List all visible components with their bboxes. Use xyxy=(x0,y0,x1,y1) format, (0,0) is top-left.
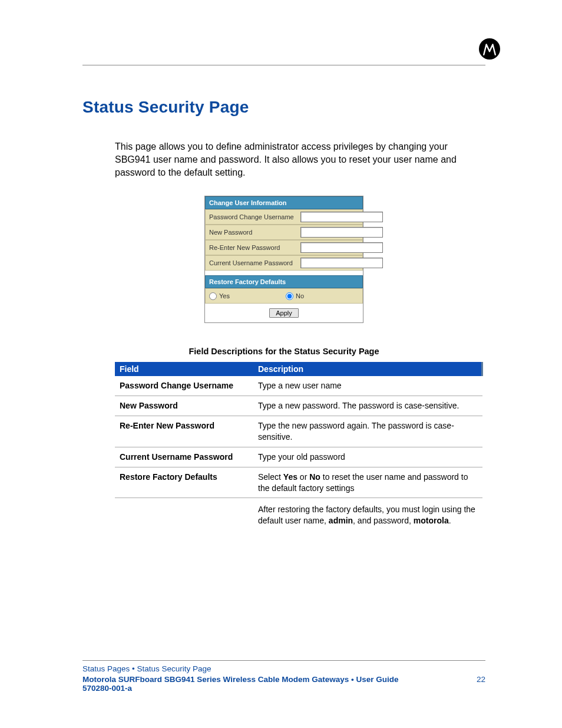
label-password-change-username: Password Change Username xyxy=(209,213,300,220)
breadcrumb: Status Pages • Status Security Page xyxy=(82,664,485,673)
table-row: New Password Type a new password. The pa… xyxy=(115,396,482,416)
row-restore-radio: Yes No xyxy=(205,288,363,304)
input-current-password[interactable] xyxy=(300,258,383,268)
row-reenter-password: Re-Enter New Password xyxy=(205,240,363,255)
apply-row: Apply xyxy=(205,304,363,320)
field-descriptions-table: Field Description Password Change Userna… xyxy=(115,362,483,531)
table-row: Re-Enter New Password Type the new passw… xyxy=(115,416,482,447)
radio-yes-option[interactable]: Yes xyxy=(209,292,286,300)
cell-desc: Type the new password again. The passwor… xyxy=(253,416,482,447)
table-row: After restoring the factory defaults, yo… xyxy=(115,498,482,531)
col-header-field: Field xyxy=(115,362,253,376)
cell-desc: Type a new user name xyxy=(253,376,482,396)
apply-button[interactable]: Apply xyxy=(269,308,299,318)
cell-field: Current Username Password xyxy=(115,447,253,467)
doc-id: 570280-001-a xyxy=(82,684,485,693)
intro-paragraph: This page allows you to define administr… xyxy=(115,140,480,179)
cell-field: Restore Factory Defaults xyxy=(115,467,253,498)
cell-field: Password Change Username xyxy=(115,376,253,396)
cell-desc: Type a new password. The password is cas… xyxy=(253,396,482,416)
form-header-change-user: Change User Information xyxy=(205,196,363,209)
radio-yes[interactable] xyxy=(209,292,217,300)
label-reenter-password: Re-Enter New Password xyxy=(209,244,300,251)
radio-yes-label: Yes xyxy=(219,292,230,299)
page-footer: Status Pages • Status Security Page Moto… xyxy=(82,660,485,693)
input-password-change-username[interactable] xyxy=(300,212,383,222)
cell-desc: Select Yes or No to reset the user name … xyxy=(253,467,482,498)
input-new-password[interactable] xyxy=(300,227,383,238)
table-row: Password Change Username Type a new user… xyxy=(115,376,482,396)
label-new-password: New Password xyxy=(209,229,300,236)
table-row: Restore Factory Defaults Select Yes or N… xyxy=(115,467,482,498)
security-form: Change User Information Password Change … xyxy=(204,196,363,323)
page-number: 22 xyxy=(477,675,485,684)
desc-table-caption: Field Descriptions for the Status Securi… xyxy=(82,347,485,356)
col-header-description: Description xyxy=(253,362,482,376)
footer-divider xyxy=(82,660,485,661)
row-new-password: New Password xyxy=(205,225,363,240)
cell-field: New Password xyxy=(115,396,253,416)
header-divider xyxy=(82,65,485,65)
form-header-restore-defaults: Restore Factory Defaults xyxy=(205,275,363,288)
row-current-password: Current Username Password xyxy=(205,255,363,271)
cell-field: Re-Enter New Password xyxy=(115,416,253,447)
row-password-change-username: Password Change Username xyxy=(205,209,363,225)
page-title: Status Security Page xyxy=(82,98,485,117)
motorola-logo-icon xyxy=(479,38,500,60)
cell-desc: Type your old password xyxy=(253,447,482,467)
table-row: Current Username Password Type your old … xyxy=(115,447,482,467)
radio-no[interactable] xyxy=(286,292,293,300)
cell-desc: After restoring the factory defaults, yo… xyxy=(253,498,482,531)
doc-title: Motorola SURFboard SBG941 Series Wireles… xyxy=(82,675,399,684)
radio-no-option[interactable]: No xyxy=(286,292,304,300)
input-reenter-password[interactable] xyxy=(300,242,383,253)
label-current-password: Current Username Password xyxy=(209,259,300,266)
radio-no-label: No xyxy=(296,292,304,299)
